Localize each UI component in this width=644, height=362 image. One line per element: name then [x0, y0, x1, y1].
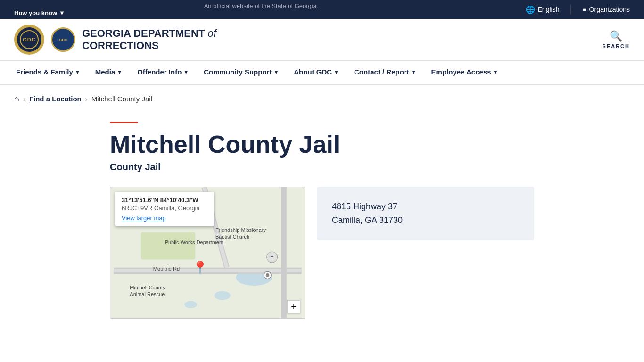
nav-label-friends-family: Friends & Family: [16, 68, 73, 76]
map-popup: 31°13'51.6"N 84°10'40.3"W 6RJC+9VR Camil…: [115, 192, 214, 226]
svg-point-2: [214, 291, 231, 300]
site-header: GDC GDC GEORGIA DEPARTMENT of CORRECTION…: [0, 19, 644, 61]
map-label-church: Friendship MissionaryBaptist Church: [215, 227, 266, 240]
how-you-know-button[interactable]: How you know ▼: [14, 9, 512, 16]
svg-point-3: [184, 301, 197, 308]
page-subtitle: County Jail: [110, 162, 534, 173]
nav-item-contact-report[interactable]: Contact / Report ▼: [347, 60, 423, 85]
seal-text: GDC: [23, 37, 35, 42]
breadcrumb-find-location-link[interactable]: Find a Location: [29, 95, 82, 103]
nav-item-media[interactable]: Media ▼: [89, 60, 129, 85]
breadcrumb-home-icon[interactable]: ⌂: [14, 94, 19, 104]
state-seal-gold: GDC: [14, 25, 44, 55]
map-label-animal-rescue: Mitchell CountyAnimal Rescue: [130, 284, 165, 298]
dept-name-line2: CORRECTIONS: [82, 40, 159, 51]
main-content: Mitchell County Jail County Jail: [110, 112, 534, 337]
address-line2: Camilla, GA 31730: [332, 214, 519, 227]
breadcrumb-current-page: Mitchell County Jail: [91, 95, 152, 103]
chevron-down-icon: ▼: [59, 9, 65, 16]
top-bar: An official website of the State of Geor…: [0, 0, 644, 19]
language-button[interactable]: 🌐 English: [526, 5, 560, 14]
main-nav: Friends & Family ▼ Media ▼ Offender Info…: [0, 61, 644, 85]
chevron-down-icon: ▼: [183, 69, 189, 75]
chevron-down-icon: ▼: [334, 69, 339, 75]
department-name: GEORGIA DEPARTMENT of CORRECTIONS: [82, 27, 216, 52]
svg-rect-9: [141, 232, 195, 260]
nav-item-community-support[interactable]: Community Support ▼: [197, 60, 285, 85]
nav-label-media: Media: [95, 68, 116, 76]
address-line1: 4815 Highway 37: [332, 200, 519, 214]
logo-area: GDC GDC GEORGIA DEPARTMENT of CORRECTION…: [14, 25, 216, 55]
nav-label-community-support: Community Support: [204, 68, 272, 76]
chevron-down-icon: ▼: [273, 69, 279, 75]
view-larger-map-link[interactable]: View larger map: [122, 214, 207, 222]
map-label-public-works: Public Works Department: [165, 239, 224, 245]
accent-bar: [110, 122, 138, 123]
chevron-down-icon: ▼: [75, 69, 80, 75]
dept-seal: GDC: [51, 27, 75, 52]
breadcrumb-separator: ›: [85, 95, 88, 103]
how-you-know-label: How you know: [14, 9, 57, 16]
nav-label-about-gdc: About GDC: [294, 68, 332, 76]
svg-point-13: [266, 273, 270, 277]
search-button[interactable]: 🔍 SEARCH: [603, 30, 630, 49]
vertical-divider: [570, 5, 571, 14]
globe-icon: 🌐: [526, 5, 535, 14]
dept-name-of: of: [207, 27, 216, 39]
language-label: English: [538, 6, 560, 13]
breadcrumb-separator: ›: [23, 95, 25, 103]
map-popup-plus-code: 6RJC+9VR Camilla, Georgia: [122, 205, 207, 212]
top-bar-right: 🌐 English ≡ Organizations: [526, 5, 630, 14]
svg-text:✝: ✝: [270, 255, 274, 261]
map-container: ✝ 31°13'51.6"N 84°10'40.3"W 6RJC+9VR Cam…: [110, 187, 305, 319]
list-icon: ≡: [582, 6, 586, 13]
map-pin: 📍: [192, 260, 208, 276]
chevron-down-icon: ▼: [117, 69, 122, 75]
seal-inner-text: GDC: [59, 38, 67, 42]
chevron-down-icon: ▼: [411, 69, 416, 75]
search-label: SEARCH: [603, 43, 630, 49]
nav-label-employee-access: Employee Access: [431, 68, 491, 76]
nav-label-offender-info: Offender Info: [137, 68, 182, 76]
map-popup-coords: 31°13'51.6"N 84°10'40.3"W: [122, 197, 207, 204]
organizations-button[interactable]: ≡ Organizations: [582, 6, 630, 13]
official-text: An official website of the State of Geor…: [14, 2, 512, 16]
nav-item-about-gdc[interactable]: About GDC ▼: [287, 60, 346, 85]
address-box: 4815 Highway 37 Camilla, GA 31730: [317, 187, 534, 240]
breadcrumb: ⌂ › Find a Location › Mitchell County Ja…: [0, 85, 644, 112]
official-statement: An official website of the State of Geor…: [204, 2, 318, 9]
map-label-moultrie: Moultrie Rd: [153, 266, 180, 272]
nav-item-friends-family[interactable]: Friends & Family ▼: [9, 60, 87, 85]
nav-item-employee-access[interactable]: Employee Access ▼: [425, 60, 505, 85]
search-icon: 🔍: [610, 30, 622, 42]
chevron-down-icon: ▼: [493, 69, 498, 75]
nav-item-offender-info[interactable]: Offender Info ▼: [131, 60, 195, 85]
location-row: ✝ 31°13'51.6"N 84°10'40.3"W 6RJC+9VR Cam…: [110, 187, 534, 319]
organizations-label: Organizations: [589, 6, 630, 13]
nav-label-contact-report: Contact / Report: [354, 68, 409, 76]
map-zoom-in-button[interactable]: +: [287, 300, 300, 313]
state-seal-inner: GDC: [17, 27, 41, 52]
page-title: Mitchell County Jail: [110, 131, 534, 158]
svg-rect-6: [281, 187, 287, 318]
dept-name-line1: GEORGIA DEPARTMENT: [82, 27, 205, 39]
